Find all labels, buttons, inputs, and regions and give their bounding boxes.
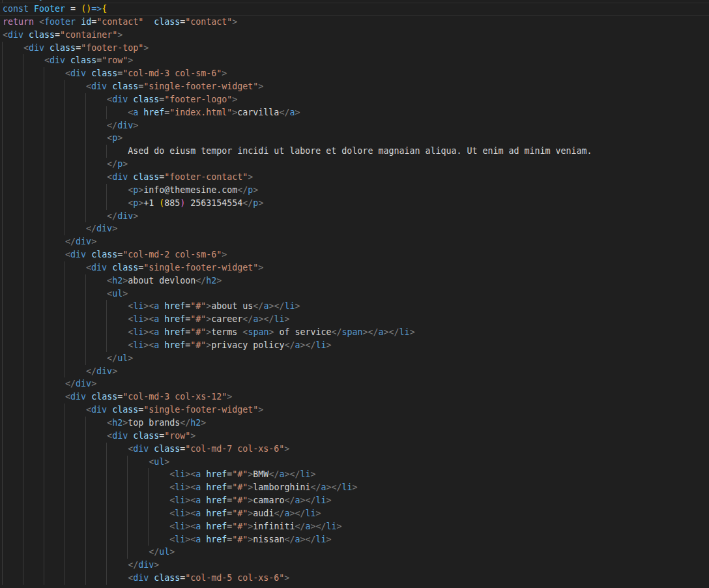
code-text: <div class="row"> [3,55,133,65]
code-line[interactable]: <a href="index.html">carvilla</a> [0,106,709,119]
code-line[interactable]: </div> [0,377,709,390]
code-text: <div class="col-md-5 col-xs-6"> [3,573,289,583]
code-text: </div> [3,121,138,130]
code-text: <div class="col-md-7 col-xs-6"> [3,444,289,454]
code-line[interactable]: <p> [0,132,709,145]
code-text: <div class="container"> [3,30,123,40]
code-line[interactable]: <div class="col-md-3 col-sm-6"> [0,67,709,80]
code-text: const Footer = ()=>{ [3,4,107,14]
code-line[interactable]: return <footer id="contact" class="conta… [0,16,709,29]
code-line[interactable]: <li><a href="#">career</a></li> [0,313,709,326]
code-text: <li><a href="#">career</a></li> [3,314,289,324]
code-line[interactable]: <div class="footer-contact"> [0,171,709,184]
code-line[interactable]: <div class="col-md-2 col-sm-6"> [0,248,709,261]
code-text: <div class="row"> [3,431,195,441]
code-text: <p>info@themesine.com</p> [3,185,258,195]
code-line[interactable]: <div class="col-md-3 col-xs-12"> [0,390,709,404]
code-text: </div> [3,379,96,389]
code-text: y) [3,0,50,1]
code-line[interactable]: <li><a href="#">nissan</a></li> [0,533,709,546]
code-text: <li><a href="#">nissan</a></li> [3,535,332,544]
code-text: <li><a href="#">camaro</a></li> [3,495,332,505]
code-line[interactable]: </p> [0,158,709,171]
code-line[interactable]: </ul> [0,352,709,365]
code-line[interactable]: <div class="footer-logo"> [0,93,709,106]
code-text: <li><a href="#">infiniti</a></li> [3,522,342,531]
code-text: <div class="single-footer-widget"> [3,405,263,415]
code-line[interactable]: <ul> [0,456,709,469]
code-lines-container: y)const Footer = ()=>{return <footer id=… [0,0,709,585]
code-text: <li><a href="#">lamborghini</a></li> [3,482,358,492]
code-line[interactable]: <li><a href="#">privacy policy</a></li> [0,339,709,352]
code-line[interactable]: <div class="row"> [0,54,709,67]
code-text: <a href="index.html">carvilla</a> [3,108,300,117]
code-line[interactable]: <p>info@themesine.com</p> [0,184,709,197]
code-text: <p>+1 (885) 2563154554</p> [3,198,263,208]
code-text: <h2>top brands</h2> [3,418,206,428]
code-text: <ul> [3,457,169,467]
code-text: <div class="single-footer-widget"> [3,263,263,272]
code-line[interactable]: </div> [0,119,709,132]
code-text: Ased do eiusm tempor incidi ut labore et… [3,146,592,156]
code-text: <li><a href="#">audi</a></li> [3,508,321,518]
code-text: return <footer id="contact" class="conta… [3,17,237,27]
code-line[interactable]: <div class="container"> [0,29,709,42]
code-text: </p> [3,159,128,169]
code-line[interactable]: <li><a href="#">about us</a></li> [0,300,709,313]
code-line[interactable]: <div class="row"> [0,430,709,443]
code-line[interactable]: <li><a href="#">BMW</a></li> [0,468,709,481]
code-text: <h2>about devloon</h2> [3,276,222,286]
code-line[interactable]: <ul> [0,287,709,301]
code-text: <div class="col-md-3 col-sm-6"> [3,68,227,78]
code-line[interactable]: <h2>about devloon</h2> [0,274,709,287]
code-line[interactable]: </div> [0,365,709,378]
code-line[interactable]: <li><a href="#">lamborghini</a></li> [0,481,709,494]
code-text: </div> [3,224,117,233]
code-text: </div> [3,366,117,376]
code-line[interactable]: <div class="single-footer-widget"> [0,80,709,93]
code-line[interactable]: <div class="col-md-5 col-xs-6"> [0,572,709,585]
code-line[interactable]: <div class="col-md-7 col-xs-6"> [0,443,709,456]
code-text: <li><a href="#">BMW</a></li> [3,469,315,479]
code-line[interactable]: <li><a href="#">camaro</a></li> [0,494,709,507]
code-text: <p> [3,133,123,143]
code-text: </ul> [3,547,175,557]
code-line[interactable]: <div class="footer-top"> [0,42,709,55]
code-text: <div class="footer-contact"> [3,172,253,182]
code-line[interactable]: <h2>top brands</h2> [0,417,709,430]
code-line-current[interactable]: const Footer = ()=>{ [0,3,709,16]
code-line[interactable]: </div> [0,559,709,572]
code-text: <ul> [3,289,128,299]
code-editor[interactable]: y)const Footer = ()=>{return <footer id=… [0,0,709,588]
code-line[interactable]: <div class="single-footer-widget"> [0,404,709,417]
code-text: <div class="col-md-2 col-sm-6"> [3,250,227,259]
code-text: <li><a href="#">about us</a></li> [3,301,300,311]
code-text: <div class="single-footer-widget"> [3,81,263,91]
code-line[interactable]: </div> [0,235,709,248]
code-text: <li><a href="#">terms <span> of service<… [3,327,415,337]
code-line[interactable]: <li><a href="#">terms <span> of service<… [0,326,709,339]
code-line[interactable]: </div> [0,210,709,223]
code-line[interactable]: <li><a href="#">audi</a></li> [0,507,709,520]
code-line[interactable]: <p>+1 (885) 2563154554</p> [0,197,709,210]
code-text: </div> [3,211,138,221]
code-line[interactable]: </ul> [0,546,709,559]
code-text: <div class="footer-logo"> [3,95,237,104]
code-text: <div class="footer-top"> [3,43,149,53]
code-line[interactable]: <div class="single-footer-widget"> [0,261,709,274]
code-text: </ul> [3,353,133,363]
code-line[interactable]: Ased do eiusm tempor incidi ut labore et… [0,145,709,158]
code-line[interactable]: <li><a href="#">infiniti</a></li> [0,520,709,533]
code-text: </div> [3,560,159,570]
code-line[interactable]: </div> [0,222,709,235]
code-text: <li><a href="#">privacy policy</a></li> [3,340,331,350]
code-text: </div> [3,237,96,246]
code-text: <div class="col-md-3 col-xs-12"> [3,392,232,402]
